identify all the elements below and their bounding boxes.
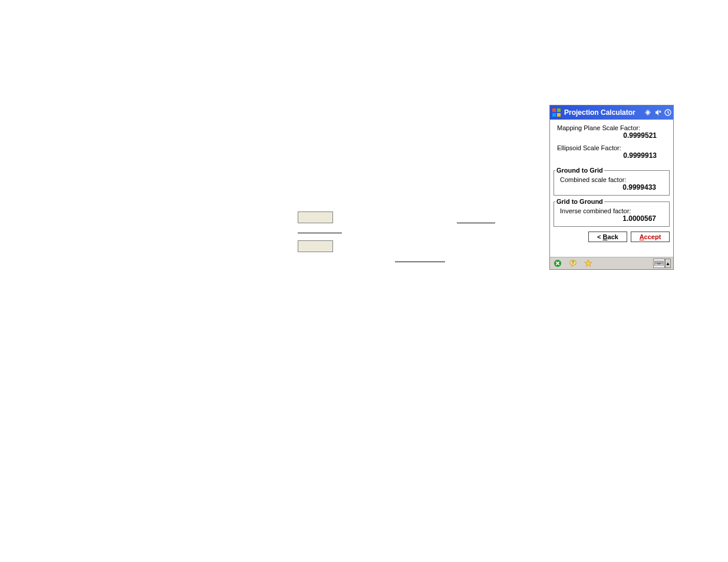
content-area: Mapping Plane Scale Factor: 0.9999521 El…: [550, 120, 673, 247]
help-icon[interactable]: ?: [568, 258, 578, 269]
combined-scale-value: 0.9999433: [556, 183, 667, 191]
grid-to-ground-group: Grid to Ground Inverse combined factor: …: [554, 198, 670, 227]
placeholder-box-1: [298, 211, 333, 223]
svg-rect-2: [552, 113, 556, 117]
svg-rect-13: [655, 263, 657, 265]
close-icon[interactable]: [552, 258, 563, 269]
svg-rect-15: [661, 263, 663, 265]
svg-rect-12: [661, 262, 663, 263]
svg-rect-0: [552, 108, 556, 112]
svg-rect-8: [655, 262, 657, 263]
pda-window: Projection Calculator Mapping Plane Scal…: [549, 105, 674, 270]
sip-arrow-icon[interactable]: ▲: [665, 259, 671, 268]
svg-rect-3: [557, 113, 561, 117]
combined-scale-label: Combined scale factor:: [556, 176, 667, 183]
svg-rect-1: [557, 108, 561, 112]
back-button[interactable]: < Back: [588, 232, 627, 242]
inverse-combined-label: Inverse combined factor:: [556, 207, 667, 214]
ground-to-grid-legend: Ground to Grid: [555, 167, 604, 174]
accept-button[interactable]: Accept: [631, 232, 670, 242]
volume-icon[interactable]: [654, 108, 662, 117]
titlebar: Projection Calculator: [550, 105, 673, 120]
svg-rect-10: [658, 262, 660, 263]
ellipsoid-value: 0.9999913: [554, 151, 670, 160]
bottom-toolbar: ? ▲: [550, 257, 673, 269]
ellipsoid-row: Ellipsoid Scale Factor: 0.9999913: [554, 144, 670, 160]
page-title: Projection Calculator: [564, 108, 644, 117]
placeholder-line-3: [457, 223, 495, 223]
mapping-plane-value: 0.9999521: [554, 131, 670, 140]
svg-text:?: ?: [572, 260, 574, 265]
mapping-plane-label: Mapping Plane Scale Factor:: [554, 124, 670, 131]
mapping-plane-row: Mapping Plane Scale Factor: 0.9999521: [554, 124, 670, 140]
svg-rect-14: [657, 263, 661, 265]
svg-rect-9: [657, 262, 658, 263]
titlebar-icons: [644, 108, 672, 117]
ellipsoid-label: Ellipsoid Scale Factor:: [554, 144, 670, 151]
svg-rect-11: [660, 262, 661, 263]
placeholder-line-2: [395, 262, 445, 262]
start-icon[interactable]: [551, 107, 562, 118]
clock-icon[interactable]: [664, 108, 672, 117]
placeholder-line-1: [298, 233, 342, 233]
keyboard-icon[interactable]: [653, 259, 665, 268]
connectivity-icon[interactable]: [644, 108, 652, 117]
favorites-icon[interactable]: [583, 258, 594, 269]
ground-to-grid-group: Ground to Grid Combined scale factor: 0.…: [554, 167, 670, 196]
button-row: < Back Accept: [554, 232, 670, 244]
grid-to-ground-legend: Grid to Ground: [555, 198, 604, 205]
placeholder-box-2: [298, 240, 333, 252]
inverse-combined-value: 1.0000567: [556, 214, 667, 223]
